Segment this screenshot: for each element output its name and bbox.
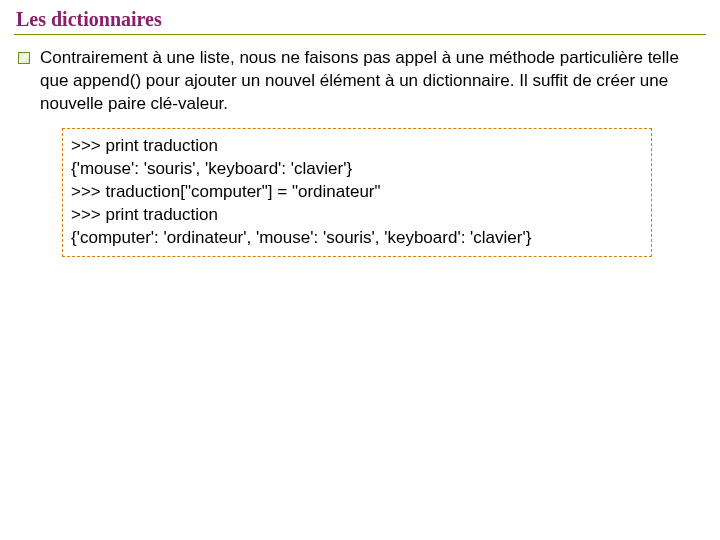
title-wrap: Les dictionnaires (14, 8, 706, 35)
code-line: {'mouse': 'souris', 'keyboard': 'clavier… (71, 159, 352, 178)
slide: Les dictionnaires Contrairement à une li… (0, 0, 720, 540)
code-block: >>> print traduction {'mouse': 'souris',… (62, 128, 652, 257)
page-title: Les dictionnaires (14, 8, 706, 31)
bullet-item: Contrairement à une liste, nous ne faiso… (18, 47, 700, 116)
code-line: >>> print traduction (71, 136, 218, 155)
code-line: >>> print traduction (71, 205, 218, 224)
bullet-text: Contrairement à une liste, nous ne faiso… (40, 47, 700, 116)
code-line: {'computer': 'ordinateur', 'mouse': 'sou… (71, 228, 531, 247)
code-line: >>> traduction["computer"] = "ordinateur… (71, 182, 381, 201)
square-bullet-icon (18, 52, 30, 64)
slide-body: Contrairement à une liste, nous ne faiso… (14, 47, 706, 257)
